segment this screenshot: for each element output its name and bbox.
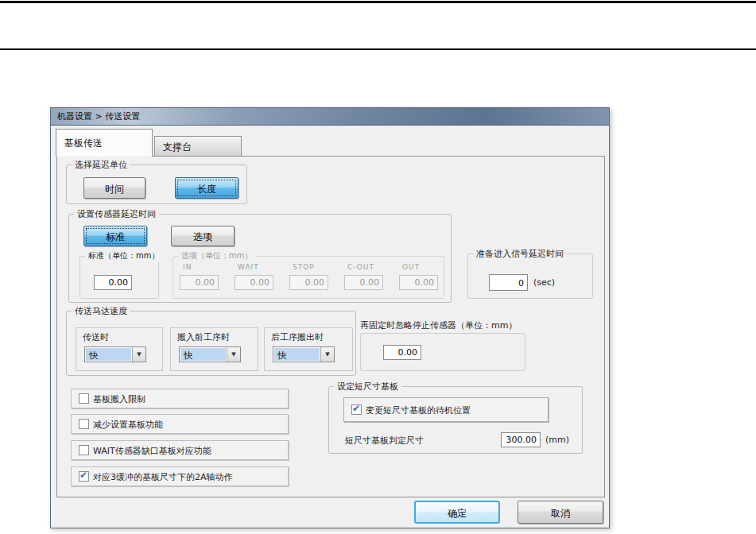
motor-speed-group: 传送马达速度 传送时 快 ▼ 搬入前工序时 快 ▼ 后工序搬出时 快 ▼ (66, 311, 356, 376)
cancel-button[interactable]: 取消 (518, 501, 603, 524)
ready-signal-group-title: 准备进入信号延迟时间 (473, 248, 567, 260)
tab-board-transfer-label: 基板传送 (64, 137, 103, 150)
motor-speed-group-title: 传送马达速度 (72, 305, 130, 317)
page-rule-top (0, 1, 756, 3)
checkbox-icon[interactable] (79, 419, 89, 429)
chevron-down-icon[interactable]: ▼ (227, 347, 240, 362)
sensor-delay-group: 设置传感器延迟时间 标准 选项 标准（单位：mm） 0.00 选项（单位：mm）… (68, 214, 452, 303)
length-button-label: 长度 (176, 183, 238, 196)
transfer-speed-value: 快 (86, 348, 131, 361)
carry-out-speed-value: 快 (274, 348, 320, 361)
option-cout-label: C-OUT (347, 263, 374, 271)
option-button-label: 选项 (172, 230, 234, 244)
short-board-group: 设定短尺寸基板 变更短尺寸基板的待机位置 短尺寸基板判定尺寸 300.00 (m… (328, 386, 583, 454)
carry-out-speed-label: 后工序搬出时 (271, 331, 324, 343)
option-in-label: IN (183, 263, 192, 271)
ready-signal-field[interactable]: 0 (489, 274, 528, 291)
time-button[interactable]: 时间 (83, 177, 145, 199)
standby-position-row[interactable]: 变更短尺寸基板的待机位置 (343, 397, 549, 422)
judge-size-unit: (mm) (545, 435, 569, 445)
length-button[interactable]: 长度 (175, 177, 238, 199)
refix-label: 再固定时忽略停止传感器（单位：mm） (360, 319, 517, 331)
option-stop-label: STOP (293, 263, 315, 271)
option-in-field[interactable]: 0.00 (180, 275, 219, 290)
carry-out-speed-select[interactable]: 快 ▼ (273, 346, 335, 362)
checkbox-row-reduce-setup[interactable]: 减少设置基板功能 (71, 414, 289, 434)
option-out-label: OUT (402, 263, 420, 271)
refix-box: 0.00 (360, 333, 525, 371)
checkbox-icon[interactable] (79, 393, 89, 404)
option-wait-field[interactable]: 0.00 (235, 275, 273, 290)
ready-signal-unit: (sec) (533, 277, 555, 288)
chevron-down-icon[interactable]: ▼ (132, 347, 145, 362)
ok-button[interactable]: 确定 (414, 501, 500, 524)
option-cout-field[interactable]: 0.00 (344, 275, 383, 290)
delay-unit-group-title: 选择延迟单位 (72, 159, 130, 171)
refix-field[interactable]: 0.00 (383, 345, 421, 360)
delay-unit-group: 选择延迟单位 时间 长度 (66, 164, 247, 204)
option-stop-field[interactable]: 0.00 (289, 275, 328, 290)
checkbox-label: 对应3缓冲的基板尺寸下的2A轴动作 (93, 471, 233, 483)
checkbox-label: WAIT传感器缺口基板对应功能 (93, 445, 211, 457)
option-button[interactable]: 选项 (171, 226, 235, 246)
transfer-settings-dialog: 机器设置 > 传送设置 基板传送 支撑台 选择延迟单位 时间 长度 设置传感器延… (50, 107, 610, 528)
chevron-down-icon[interactable]: ▼ (320, 347, 334, 362)
before-carry-in-speed-label: 搬入前工序时 (177, 331, 230, 343)
checkbox-label: 减少设置基板功能 (93, 419, 163, 431)
ok-button-label: 确定 (416, 507, 498, 520)
carry-out-speed-box: 后工序搬出时 快 ▼ (264, 327, 353, 371)
cancel-button-label: 取消 (518, 507, 603, 520)
checkbox-icon[interactable] (79, 471, 89, 482)
page-rule-second (0, 48, 756, 50)
transfer-speed-box: 传送时 快 ▼ (76, 327, 163, 371)
standard-delay-field[interactable]: 0.00 (94, 275, 132, 290)
tab-support-table[interactable]: 支撑台 (154, 136, 242, 157)
standard-sub-group: 标准（单位：mm） 0.00 (79, 256, 159, 299)
tab-board-transfer[interactable]: 基板传送 (56, 129, 153, 157)
tab-support-table-label: 支撑台 (163, 141, 192, 154)
dialog-title: 机器设置 > 传送设置 (57, 110, 140, 122)
judge-size-field[interactable]: 300.00 (501, 432, 541, 447)
standby-position-label: 变更短尺寸基板的待机位置 (366, 404, 471, 416)
before-carry-in-speed-value: 快 (180, 348, 226, 361)
time-button-label: 时间 (84, 183, 145, 196)
checkbox-icon[interactable] (79, 445, 89, 455)
transfer-speed-select[interactable]: 快 ▼ (84, 346, 146, 362)
sensor-delay-group-title: 设置传感器延迟时间 (74, 208, 159, 220)
option-wait-label: WAIT (238, 263, 259, 271)
standard-button[interactable]: 标准 (83, 226, 147, 246)
standard-sub-title: 标准（单位：mm） (85, 250, 162, 261)
transfer-speed-label: 传送时 (83, 331, 109, 343)
short-board-group-title: 设定短尺寸基板 (334, 381, 401, 393)
checkbox-icon[interactable] (351, 404, 362, 415)
checkbox-row-board-limit[interactable]: 基板搬入限制 (71, 389, 289, 408)
option-out-field[interactable]: 0.00 (399, 275, 438, 290)
ready-signal-group: 准备进入信号延迟时间 0 (sec) (467, 253, 593, 299)
checkbox-label: 基板搬入限制 (93, 393, 145, 405)
before-carry-in-speed-select[interactable]: 快 ▼ (179, 346, 241, 362)
option-sub-group: 选项（单位：mm） IN 0.00 WAIT 0.00 STOP 0.00 C-… (173, 256, 444, 299)
option-sub-title: 选项（单位：mm） (178, 250, 255, 261)
standard-button-label: 标准 (84, 230, 146, 244)
judge-size-label: 短尺寸基板判定尺寸 (345, 435, 424, 447)
before-carry-in-speed-box: 搬入前工序时 快 ▼ (170, 327, 258, 371)
checkbox-row-wait-sensor[interactable]: WAIT传感器缺口基板对应功能 (71, 440, 289, 460)
checkbox-row-buffer-axis[interactable]: 对应3缓冲的基板尺寸下的2A轴动作 (71, 466, 289, 486)
dialog-titlebar[interactable]: 机器设置 > 传送设置 (51, 108, 609, 126)
